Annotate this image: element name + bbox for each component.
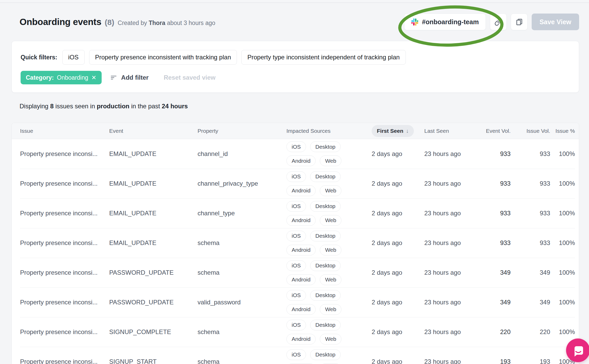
source-pill: Web xyxy=(320,185,341,196)
copy-icon xyxy=(515,18,523,26)
source-pill: iOS xyxy=(286,320,306,330)
quick-filter-button-2[interactable]: Property type inconsistent independent o… xyxy=(241,50,406,65)
created-time: about 3 hours ago xyxy=(167,20,215,26)
last-seen-cell: 23 hours ago xyxy=(424,228,476,258)
issue-vol-cell: 933 xyxy=(511,169,550,198)
event-cell: EMAIL_UPDATE xyxy=(109,169,198,198)
property-cell: channel_id xyxy=(198,139,286,169)
column-header-event-vol[interactable]: Event Vol. xyxy=(476,123,511,139)
event-vol-cell: 933 xyxy=(476,228,511,258)
page-title: Onboarding events xyxy=(20,17,101,27)
chip-value: Onboarding xyxy=(57,74,88,81)
table-row[interactable]: Property presence inconsi... PASSWORD_UP… xyxy=(20,258,575,287)
impacted-sources-cell: iOSDesktopAndroidWeb xyxy=(286,258,372,287)
remove-filter-icon[interactable]: ✕ xyxy=(91,75,96,81)
property-cell: schema xyxy=(198,228,286,258)
property-cell: channel_type xyxy=(198,198,286,228)
event-cell: EMAIL_UPDATE xyxy=(109,198,198,228)
issue-cell: Property presence inconsi... xyxy=(20,347,109,364)
chat-bubble-icon xyxy=(572,344,584,356)
quick-filter-button-0[interactable]: iOS xyxy=(62,50,85,65)
summary-range: 24 hours xyxy=(162,103,188,110)
column-header-issue[interactable]: Issue xyxy=(20,123,109,139)
first-seen-cell: 2 days ago xyxy=(372,228,424,258)
impacted-sources-cell: iOSDesktopAndroidWeb xyxy=(286,198,372,228)
results-summary: Displaying 8 issues seen in production i… xyxy=(20,103,188,110)
copy-link-button[interactable] xyxy=(490,14,507,30)
issue-cell: Property presence inconsi... xyxy=(20,228,109,258)
source-pill: Web xyxy=(320,334,341,344)
table-row[interactable]: Property presence inconsi... SIGNUP_COMP… xyxy=(20,317,575,347)
source-pill: Web xyxy=(320,304,341,315)
issue-vol-cell: 933 xyxy=(511,228,550,258)
slack-icon xyxy=(411,18,418,26)
source-pill: iOS xyxy=(286,290,306,301)
last-seen-cell: 23 hours ago xyxy=(424,139,476,169)
issue-cell: Property presence inconsi... xyxy=(20,258,109,287)
column-header-issue-pct[interactable]: Issue % xyxy=(550,123,575,139)
event-cell: EMAIL_UPDATE xyxy=(109,228,198,258)
source-pill: iOS xyxy=(286,231,306,241)
quick-filters-row: Quick filters: iOSProperty presence inco… xyxy=(21,50,570,65)
source-pill: Android xyxy=(286,155,316,166)
event-vol-cell: 349 xyxy=(476,287,511,317)
source-pill: iOS xyxy=(286,171,306,182)
issue-vol-cell: 349 xyxy=(511,287,550,317)
issue-pct-cell: 100% xyxy=(550,198,575,228)
issues-table-card: Issue Event Property Impacted Sources Fi… xyxy=(11,123,579,364)
source-pill: iOS xyxy=(286,201,306,212)
add-filter-label: Add filter xyxy=(121,74,149,81)
quick-filter-button-1[interactable]: Property presence inconsistent with trac… xyxy=(89,50,237,65)
table-row[interactable]: Property presence inconsi... EMAIL_UPDAT… xyxy=(20,169,575,198)
source-pill: Desktop xyxy=(310,171,341,182)
summary-mid1: issues seen in xyxy=(55,103,95,110)
source-pill: Android xyxy=(286,304,316,315)
first-seen-cell: 2 days ago xyxy=(372,317,424,347)
reset-saved-view-button[interactable]: Reset saved view xyxy=(164,74,216,81)
table-row[interactable]: Property presence inconsi... EMAIL_UPDAT… xyxy=(20,139,575,169)
table-row[interactable]: Property presence inconsi... SIGNUP_STAR… xyxy=(20,347,575,364)
last-seen-cell: 23 hours ago xyxy=(424,258,476,287)
property-cell: valid_password xyxy=(198,287,286,317)
impacted-sources-cell: iOSDesktopAndroidWeb xyxy=(286,169,372,198)
sort-descending-icon: ↓ xyxy=(406,128,409,134)
filters-panel: Quick filters: iOSProperty presence inco… xyxy=(11,41,579,93)
issue-cell: Property presence inconsi... xyxy=(20,287,109,317)
source-pill: Web xyxy=(320,155,341,166)
column-header-impacted-sources[interactable]: Impacted Sources xyxy=(286,123,372,139)
source-pill: Desktop xyxy=(310,349,341,360)
add-filter-button[interactable]: Add filter xyxy=(110,74,149,81)
issues-table: Issue Event Property Impacted Sources Fi… xyxy=(20,123,575,364)
source-pill: Desktop xyxy=(310,320,341,330)
event-cell: SIGNUP_COMPLETE xyxy=(109,317,198,347)
issue-cell: Property presence inconsi... xyxy=(20,317,109,347)
last-seen-cell: 23 hours ago xyxy=(424,347,476,364)
table-row[interactable]: Property presence inconsi... PASSWORD_UP… xyxy=(20,287,575,317)
impacted-sources-cell: iOSDesktopAndroidWeb xyxy=(286,347,372,364)
event-vol-cell: 933 xyxy=(476,169,511,198)
slack-channel-label: #onboarding-team xyxy=(422,18,479,26)
sort-pill[interactable]: First Seen ↓ xyxy=(372,125,414,137)
first-seen-cell: 2 days ago xyxy=(372,139,424,169)
column-header-first-seen[interactable]: First Seen ↓ xyxy=(372,123,424,139)
issue-vol-cell: 933 xyxy=(511,198,550,228)
table-row[interactable]: Property presence inconsi... EMAIL_UPDAT… xyxy=(20,228,575,258)
chat-launcher-button[interactable] xyxy=(566,338,589,362)
issue-vol-cell: 933 xyxy=(511,139,550,169)
event-vol-cell: 349 xyxy=(476,258,511,287)
summary-prefix: Displaying xyxy=(20,103,48,110)
column-header-last-seen[interactable]: Last Seen xyxy=(424,123,476,139)
column-header-event[interactable]: Event xyxy=(109,123,198,139)
slack-channel-button[interactable]: #onboarding-team xyxy=(404,14,486,30)
save-view-button[interactable]: Save View xyxy=(532,14,579,30)
last-seen-cell: 23 hours ago xyxy=(424,169,476,198)
column-header-issue-vol[interactable]: Issue Vol. xyxy=(511,123,550,139)
column-header-property[interactable]: Property xyxy=(198,123,286,139)
source-pill: Desktop xyxy=(310,260,341,271)
event-vol-cell: 933 xyxy=(476,139,511,169)
table-row[interactable]: Property presence inconsi... EMAIL_UPDAT… xyxy=(20,198,575,228)
issue-pct-cell: 100% xyxy=(550,258,575,287)
created-name: Thora xyxy=(149,20,165,26)
category-filter-chip[interactable]: Category: Onboarding ✕ xyxy=(21,71,102,84)
duplicate-view-button[interactable] xyxy=(511,14,527,30)
